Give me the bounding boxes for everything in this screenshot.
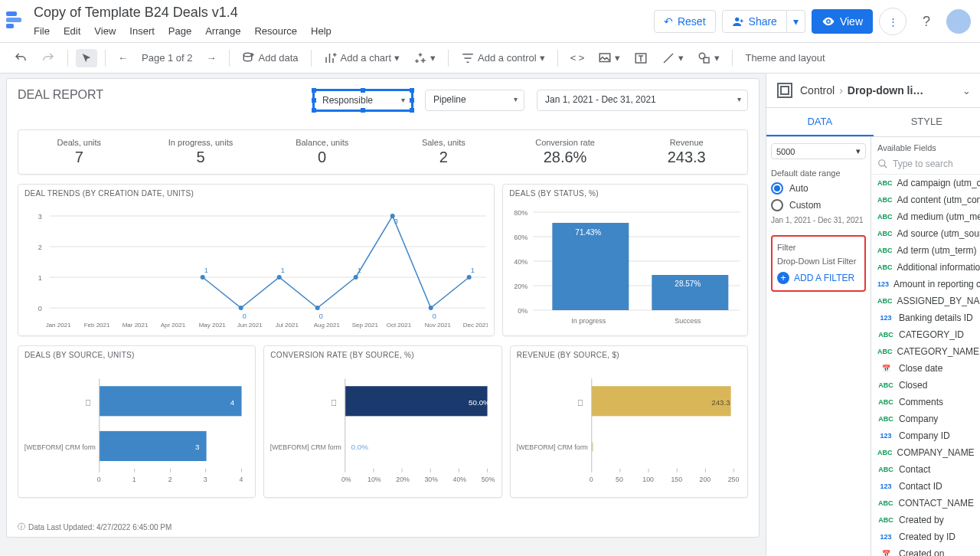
menu-edit[interactable]: Edit — [64, 25, 80, 37]
image-button[interactable]: ▾ — [593, 48, 625, 68]
field-item[interactable]: ABCComments — [871, 394, 980, 410]
reset-button[interactable]: ↶Reset — [654, 10, 716, 33]
embed-button[interactable]: < > — [566, 49, 590, 67]
menu-file[interactable]: File — [34, 25, 50, 37]
field-item[interactable]: ABCAdditional information — [871, 259, 980, 276]
field-type-icon: ABC — [877, 331, 894, 339]
svg-text:[WEBFORM] CRM form: [WEBFORM] CRM form — [517, 443, 588, 451]
field-item[interactable]: ABCContact — [871, 461, 980, 478]
svg-point-19 — [354, 275, 358, 280]
trend-chart: 3210 10101301 Jan 2021Feb 2021Mar 2021Ap… — [24, 201, 488, 331]
add-data-button[interactable]: Add data — [237, 48, 303, 68]
doc-title[interactable]: Copy of Template B24 Deals v1.4 — [34, 3, 654, 21]
line-button[interactable]: ▾ — [657, 48, 688, 68]
field-item[interactable]: ABCCOMPANY_NAME — [871, 444, 980, 461]
menu-insert[interactable]: Insert — [129, 25, 155, 37]
field-label: Ad campaign (utm_ca… — [897, 178, 981, 188]
field-item[interactable]: 📅Close date — [871, 360, 980, 377]
menubar: File Edit View Insert Page Arrange Resou… — [34, 21, 654, 37]
page-label[interactable]: Page 1 of 2 — [137, 49, 198, 67]
field-item[interactable]: ABCAd source (utm_sourc… — [871, 225, 980, 242]
svg-text:4: 4 — [240, 476, 243, 483]
field-item[interactable]: ABCAd campaign (utm_ca… — [871, 175, 980, 191]
code-icon: < > — [570, 52, 585, 64]
svg-text:1: 1 — [471, 267, 475, 274]
undo-button[interactable] — [9, 48, 32, 68]
account-avatar[interactable] — [946, 9, 971, 34]
shape-button[interactable]: ▾ — [693, 48, 724, 68]
share-dropdown[interactable]: ▾ — [787, 10, 805, 33]
ddr-label: Default date range — [771, 168, 866, 178]
svg-text:50%: 50% — [482, 476, 495, 483]
filter-title: Filter — [777, 243, 860, 252]
tab-data[interactable]: DATA — [766, 108, 874, 136]
svg-text:Aug 2021: Aug 2021 — [314, 322, 341, 329]
svg-text:1: 1 — [358, 267, 361, 274]
radio-custom[interactable]: Custom — [771, 199, 866, 211]
tab-style[interactable]: STYLE — [874, 108, 981, 136]
field-search[interactable]: Type to search — [871, 155, 980, 175]
prev-page[interactable]: ← — [113, 49, 132, 67]
field-item[interactable]: ABCAd term (utm_term) — [871, 242, 980, 259]
svg-text:30%: 30% — [425, 476, 439, 483]
field-item[interactable]: ABCCATEGORY_NAME — [871, 343, 980, 360]
field-item[interactable]: ABCCONTACT_NAME — [871, 495, 980, 512]
select-tool[interactable] — [76, 49, 97, 67]
svg-text:1: 1 — [204, 267, 208, 274]
field-item[interactable]: 123Contact ID — [871, 478, 980, 495]
svg-text:3: 3 — [195, 443, 199, 451]
svg-text:4: 4 — [230, 398, 235, 407]
field-item[interactable]: 📅Created on — [871, 545, 980, 556]
menu-page[interactable]: Page — [168, 25, 191, 37]
field-type-icon: 123 — [877, 280, 889, 288]
text-button[interactable] — [629, 48, 652, 68]
add-control-button[interactable]: Add a control▾ — [456, 48, 550, 68]
view-button[interactable]: View — [812, 9, 873, 34]
menu-help[interactable]: Help — [311, 25, 332, 37]
menu-view[interactable]: View — [94, 25, 116, 37]
field-item[interactable]: ABCClosed — [871, 377, 980, 394]
radio-auto[interactable]: Auto — [771, 182, 866, 195]
field-item[interactable]: ABCASSIGNED_BY_NAME — [871, 293, 980, 309]
crumb-root[interactable]: Control — [800, 84, 835, 96]
field-type-icon: 123 — [877, 432, 894, 440]
field-item[interactable]: 123Banking details ID — [871, 309, 980, 326]
more-options-button[interactable]: ⋮ — [879, 8, 906, 35]
crumb-leaf: Drop-down li… — [848, 84, 924, 96]
filter-responsible[interactable]: Responsible — [313, 90, 413, 111]
field-item[interactable]: ABCCATEGORY_ID — [871, 326, 980, 343]
filter-subtitle: Drop-Down List Filter — [777, 257, 860, 266]
field-label: ASSIGNED_BY_NAME — [897, 296, 981, 306]
filter-daterange[interactable]: Jan 1, 2021 - Dec 31, 2021 — [537, 90, 748, 111]
field-item[interactable]: 123Amount in reporting c… — [871, 276, 980, 293]
report-canvas[interactable]: DEAL REPORT Responsible Pipeline Jan 1, … — [6, 78, 760, 538]
redo-button[interactable] — [37, 48, 60, 68]
field-item[interactable]: 123Created by ID — [871, 528, 980, 545]
add-chart-button[interactable]: Add a chart▾ — [319, 48, 405, 68]
field-item[interactable]: ABCAd medium (utm_med… — [871, 208, 980, 225]
next-page[interactable]: → — [202, 49, 221, 67]
help-button[interactable]: ? — [913, 8, 940, 35]
menu-arrange[interactable]: Arrange — [205, 25, 240, 37]
filter-pipeline[interactable]: Pipeline — [425, 90, 524, 111]
svg-point-18 — [315, 306, 320, 310]
share-button[interactable]: Share — [722, 10, 787, 33]
svg-text:1: 1 — [132, 476, 136, 483]
available-fields-label: Available Fields — [871, 137, 980, 155]
add-filter-button[interactable]: +ADD A FILTER — [777, 272, 860, 284]
field-item[interactable]: ABCAd content (utm_cont… — [871, 191, 980, 208]
menu-resource[interactable]: Resource — [254, 25, 297, 37]
theme-button[interactable]: Theme and layout — [740, 49, 829, 67]
looker-studio-logo[interactable] — [6, 9, 28, 31]
field-item[interactable]: ABCCompany — [871, 410, 980, 427]
metric-select[interactable]: 5000▾ — [771, 143, 866, 159]
svg-text:Mar 2021: Mar 2021 — [122, 322, 149, 329]
field-item[interactable]: ABCCreated by — [871, 512, 980, 528]
community-viz-button[interactable]: ▾ — [409, 48, 440, 68]
field-item[interactable]: 123Company ID — [871, 427, 980, 444]
line-icon — [662, 51, 675, 65]
svg-point-21 — [429, 306, 433, 310]
chevron-down-icon[interactable]: ⌄ — [962, 85, 971, 96]
svg-text:May 2021: May 2021 — [199, 322, 227, 329]
field-label: Close date — [899, 363, 942, 374]
